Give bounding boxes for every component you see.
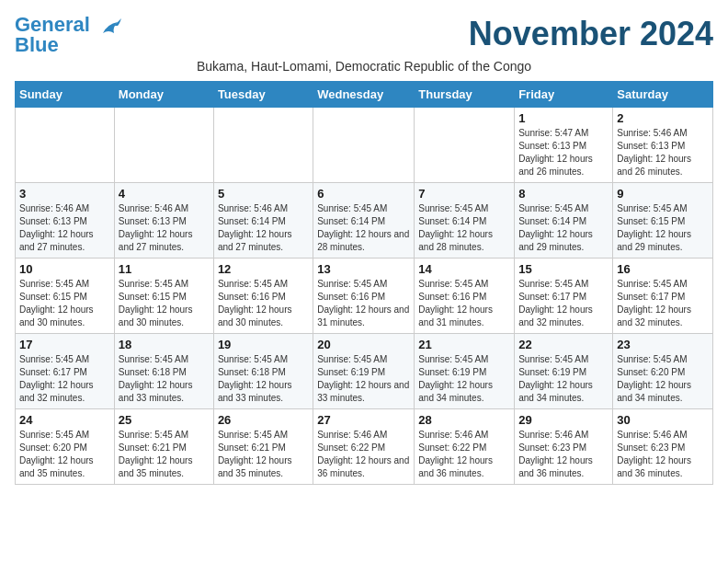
day-number: 7: [418, 187, 510, 201]
day-number: 25: [119, 413, 210, 427]
calendar-cell: 26Sunrise: 5:45 AM Sunset: 6:21 PM Dayli…: [213, 409, 313, 485]
calendar-cell: 27Sunrise: 5:46 AM Sunset: 6:22 PM Dayli…: [313, 409, 415, 485]
calendar-cell: 25Sunrise: 5:45 AM Sunset: 6:21 PM Dayli…: [114, 409, 213, 485]
day-number: 23: [617, 338, 709, 351]
header: GeneralBlue November 2024: [15, 15, 713, 55]
calendar-cell: 19Sunrise: 5:45 AM Sunset: 6:18 PM Dayli…: [213, 334, 313, 409]
calendar-table: SundayMondayTuesdayWednesdayThursdayFrid…: [15, 81, 713, 485]
day-number: 1: [518, 111, 609, 125]
day-number: 29: [518, 413, 609, 427]
day-info: Sunrise: 5:46 AM Sunset: 6:23 PM Dayligh…: [518, 429, 609, 480]
day-number: 21: [418, 338, 510, 351]
day-number: 8: [518, 187, 609, 201]
day-number: 19: [218, 338, 309, 351]
day-number: 15: [518, 262, 609, 276]
day-number: 4: [119, 187, 210, 201]
day-number: 12: [218, 262, 309, 276]
header-day-tuesday: Tuesday: [213, 82, 313, 108]
calendar-cell: 1Sunrise: 5:47 AM Sunset: 6:13 PM Daylig…: [515, 108, 613, 183]
calendar-cell: [114, 108, 213, 183]
day-number: 5: [218, 187, 309, 201]
header-day-thursday: Thursday: [415, 82, 515, 108]
calendar-body: 1Sunrise: 5:47 AM Sunset: 6:13 PM Daylig…: [16, 108, 713, 485]
day-info: Sunrise: 5:45 AM Sunset: 6:20 PM Dayligh…: [617, 353, 709, 405]
calendar-cell: [415, 108, 515, 183]
day-info: Sunrise: 5:45 AM Sunset: 6:14 PM Dayligh…: [418, 202, 510, 254]
day-info: Sunrise: 5:45 AM Sunset: 6:18 PM Dayligh…: [218, 353, 309, 405]
day-number: 26: [218, 413, 309, 427]
calendar-cell: 18Sunrise: 5:45 AM Sunset: 6:18 PM Dayli…: [114, 334, 213, 409]
day-number: 11: [119, 262, 210, 276]
month-title: November 2024: [469, 15, 713, 53]
calendar-cell: 9Sunrise: 5:45 AM Sunset: 6:15 PM Daylig…: [613, 183, 713, 259]
calendar-cell: 4Sunrise: 5:46 AM Sunset: 6:13 PM Daylig…: [114, 183, 213, 259]
day-info: Sunrise: 5:46 AM Sunset: 6:14 PM Dayligh…: [218, 202, 309, 254]
day-info: Sunrise: 5:45 AM Sunset: 6:19 PM Dayligh…: [518, 353, 609, 405]
calendar-week-4: 24Sunrise: 5:45 AM Sunset: 6:20 PM Dayli…: [16, 409, 713, 485]
calendar-cell: 5Sunrise: 5:46 AM Sunset: 6:14 PM Daylig…: [213, 183, 313, 259]
day-number: 22: [518, 338, 609, 351]
day-info: Sunrise: 5:46 AM Sunset: 6:22 PM Dayligh…: [418, 429, 510, 480]
calendar-cell: 30Sunrise: 5:46 AM Sunset: 6:23 PM Dayli…: [613, 409, 713, 485]
day-info: Sunrise: 5:45 AM Sunset: 6:16 PM Dayligh…: [317, 278, 410, 329]
calendar-cell: [213, 108, 313, 183]
calendar-cell: 17Sunrise: 5:45 AM Sunset: 6:17 PM Dayli…: [16, 334, 115, 409]
calendar-week-1: 3Sunrise: 5:46 AM Sunset: 6:13 PM Daylig…: [16, 183, 713, 259]
logo: GeneralBlue: [15, 15, 121, 55]
calendar-cell: 10Sunrise: 5:45 AM Sunset: 6:15 PM Dayli…: [16, 259, 115, 334]
day-number: 10: [19, 262, 110, 276]
calendar-cell: 7Sunrise: 5:45 AM Sunset: 6:14 PM Daylig…: [415, 183, 515, 259]
day-number: 3: [19, 187, 110, 201]
day-info: Sunrise: 5:45 AM Sunset: 6:16 PM Dayligh…: [218, 278, 309, 329]
calendar-cell: 20Sunrise: 5:45 AM Sunset: 6:19 PM Dayli…: [313, 334, 415, 409]
day-number: 20: [317, 338, 410, 351]
calendar-cell: 11Sunrise: 5:45 AM Sunset: 6:15 PM Dayli…: [114, 259, 213, 334]
day-info: Sunrise: 5:45 AM Sunset: 6:19 PM Dayligh…: [317, 353, 410, 405]
day-info: Sunrise: 5:45 AM Sunset: 6:17 PM Dayligh…: [617, 278, 709, 329]
calendar-cell: 6Sunrise: 5:45 AM Sunset: 6:14 PM Daylig…: [313, 183, 415, 259]
day-info: Sunrise: 5:45 AM Sunset: 6:15 PM Dayligh…: [19, 278, 110, 329]
day-info: Sunrise: 5:46 AM Sunset: 6:13 PM Dayligh…: [19, 202, 110, 254]
calendar-week-3: 17Sunrise: 5:45 AM Sunset: 6:17 PM Dayli…: [16, 334, 713, 409]
calendar-cell: [16, 108, 115, 183]
day-info: Sunrise: 5:45 AM Sunset: 6:15 PM Dayligh…: [119, 278, 210, 329]
calendar-cell: 21Sunrise: 5:45 AM Sunset: 6:19 PM Dayli…: [415, 334, 515, 409]
calendar-cell: 24Sunrise: 5:45 AM Sunset: 6:20 PM Dayli…: [16, 409, 115, 485]
day-number: 30: [617, 413, 709, 427]
day-info: Sunrise: 5:45 AM Sunset: 6:15 PM Dayligh…: [617, 202, 709, 254]
day-number: 13: [317, 262, 410, 276]
day-info: Sunrise: 5:47 AM Sunset: 6:13 PM Dayligh…: [518, 127, 609, 178]
calendar-cell: 2Sunrise: 5:46 AM Sunset: 6:13 PM Daylig…: [613, 108, 713, 183]
subtitle: Bukama, Haut-Lomami, Democratic Republic…: [15, 59, 713, 74]
calendar-cell: 16Sunrise: 5:45 AM Sunset: 6:17 PM Dayli…: [613, 259, 713, 334]
day-info: Sunrise: 5:45 AM Sunset: 6:21 PM Dayligh…: [119, 429, 210, 480]
logo-text: GeneralBlue: [15, 15, 90, 55]
day-info: Sunrise: 5:46 AM Sunset: 6:13 PM Dayligh…: [617, 127, 709, 178]
day-info: Sunrise: 5:45 AM Sunset: 6:17 PM Dayligh…: [19, 353, 110, 405]
logo-bird-icon: [94, 17, 121, 44]
calendar-cell: 14Sunrise: 5:45 AM Sunset: 6:16 PM Dayli…: [415, 259, 515, 334]
day-info: Sunrise: 5:45 AM Sunset: 6:14 PM Dayligh…: [317, 202, 410, 254]
day-info: Sunrise: 5:45 AM Sunset: 6:16 PM Dayligh…: [418, 278, 510, 329]
day-info: Sunrise: 5:45 AM Sunset: 6:17 PM Dayligh…: [518, 278, 609, 329]
calendar-cell: 13Sunrise: 5:45 AM Sunset: 6:16 PM Dayli…: [313, 259, 415, 334]
calendar-cell: 8Sunrise: 5:45 AM Sunset: 6:14 PM Daylig…: [515, 183, 613, 259]
day-info: Sunrise: 5:45 AM Sunset: 6:20 PM Dayligh…: [19, 429, 110, 480]
header-day-monday: Monday: [114, 82, 213, 108]
calendar-cell: 12Sunrise: 5:45 AM Sunset: 6:16 PM Dayli…: [213, 259, 313, 334]
calendar-header-row: SundayMondayTuesdayWednesdayThursdayFrid…: [16, 82, 713, 108]
calendar-cell: 28Sunrise: 5:46 AM Sunset: 6:22 PM Dayli…: [415, 409, 515, 485]
day-number: 24: [19, 413, 110, 427]
calendar-cell: 23Sunrise: 5:45 AM Sunset: 6:20 PM Dayli…: [613, 334, 713, 409]
calendar-cell: 29Sunrise: 5:46 AM Sunset: 6:23 PM Dayli…: [515, 409, 613, 485]
day-number: 9: [617, 187, 709, 201]
day-number: 6: [317, 187, 410, 201]
header-day-sunday: Sunday: [16, 82, 115, 108]
calendar-week-0: 1Sunrise: 5:47 AM Sunset: 6:13 PM Daylig…: [16, 108, 713, 183]
calendar-cell: [313, 108, 415, 183]
day-info: Sunrise: 5:46 AM Sunset: 6:13 PM Dayligh…: [119, 202, 210, 254]
header-day-friday: Friday: [515, 82, 613, 108]
calendar-cell: 3Sunrise: 5:46 AM Sunset: 6:13 PM Daylig…: [16, 183, 115, 259]
day-info: Sunrise: 5:45 AM Sunset: 6:14 PM Dayligh…: [518, 202, 609, 254]
calendar-cell: 15Sunrise: 5:45 AM Sunset: 6:17 PM Dayli…: [515, 259, 613, 334]
